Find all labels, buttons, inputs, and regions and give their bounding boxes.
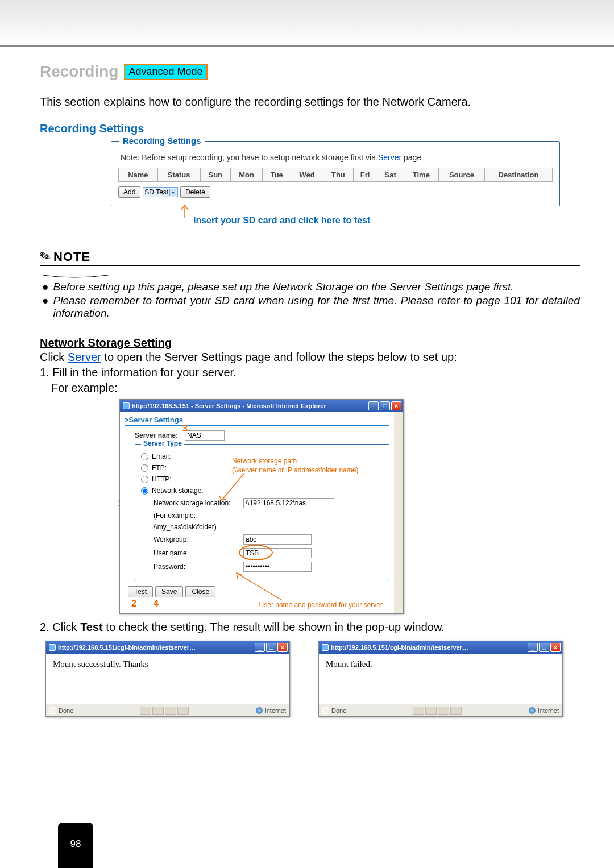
- callout-number-3: 3: [182, 423, 188, 434]
- popup-title-success: http://192.168.5.151/cgi-bin/admin/tests…: [58, 644, 196, 651]
- password-label: Password:: [154, 563, 239, 571]
- server-name-label: Server name:: [135, 431, 180, 439]
- note-item-2: Please remember to format your SD card w…: [53, 294, 580, 319]
- server-type-legend: Server Type: [141, 439, 184, 447]
- for-example-text: For example:: [51, 381, 118, 394]
- http-option-label: HTTP:: [152, 475, 172, 483]
- ns-example-label-1: (For example:: [154, 512, 239, 520]
- page-icon: [49, 707, 56, 714]
- test-button[interactable]: Test: [128, 586, 153, 597]
- popup-title-fail: http://192.168.5.151/cgi-bin/admin/tests…: [331, 644, 468, 651]
- http-radio[interactable]: [141, 476, 148, 483]
- close-button[interactable]: ×: [391, 401, 401, 410]
- popup-success-body: Mount successfully. Thanks: [46, 654, 289, 704]
- success-popup: http://192.168.5.151/cgi-bin/admin/tests…: [45, 641, 290, 717]
- ns-example-label-2: \\my_nas\disk\folder): [154, 523, 239, 531]
- page-number: 98: [58, 823, 93, 868]
- close-button[interactable]: ×: [550, 643, 561, 652]
- svg-line-1: [222, 473, 244, 500]
- ftp-option-label: FTP:: [152, 464, 167, 472]
- server-name-input[interactable]: [185, 430, 225, 441]
- step1-text: 1. Fill in the information for your serv…: [40, 366, 237, 379]
- ftp-radio[interactable]: [141, 464, 148, 472]
- network-storage-radio[interactable]: [141, 487, 148, 495]
- fail-popup: http://192.168.5.151/cgi-bin/admin/tests…: [318, 641, 563, 717]
- window-title: http://192.168.5.151 - Server Settings -…: [132, 402, 326, 409]
- email-option-label: Email:: [152, 452, 171, 460]
- status-internet: Internet: [538, 707, 559, 714]
- username-label: User name:: [154, 549, 239, 557]
- globe-icon: [529, 707, 536, 714]
- add-button[interactable]: Add: [118, 186, 140, 198]
- recording-settings-note: Note: Before setup recording, you have t…: [121, 153, 550, 162]
- chevron-down-icon: ▾: [169, 189, 176, 196]
- server-link[interactable]: Server: [68, 351, 101, 363]
- popup-fail-body: Mount failed.: [319, 654, 562, 704]
- email-radio[interactable]: [141, 453, 148, 460]
- recording-settings-heading: Recording Settings: [40, 122, 580, 135]
- recording-settings-panel: Recording Settings Note: Before setup re…: [111, 141, 560, 206]
- minimize-button[interactable]: _: [528, 643, 538, 652]
- server-settings-window: http://192.168.5.151 - Server Settings -…: [119, 399, 404, 614]
- maximize-button[interactable]: □: [380, 401, 390, 410]
- col-name: Name: [119, 168, 158, 182]
- col-fri: Fri: [353, 168, 377, 182]
- save-button[interactable]: Save: [155, 586, 183, 597]
- callout-number-2: 2: [131, 599, 136, 609]
- test-bold: Test: [80, 621, 103, 633]
- col-destination: Destination: [484, 168, 552, 182]
- maximize-button[interactable]: □: [539, 643, 549, 652]
- workgroup-input[interactable]: [243, 534, 312, 545]
- page-title: Recording: [40, 63, 118, 81]
- network-storage-setting-heading: Network Storage Setting: [40, 337, 580, 350]
- globe-icon: [256, 707, 263, 714]
- minimize-button[interactable]: _: [368, 401, 379, 410]
- col-sat: Sat: [377, 168, 404, 182]
- recording-table: Name Status Sun Mon Tue Wed Thu Fri Sat …: [118, 168, 553, 182]
- ie-icon: [322, 644, 329, 651]
- col-mon: Mon: [230, 168, 262, 182]
- workgroup-label: Workgroup:: [154, 535, 239, 543]
- password-input[interactable]: [243, 562, 312, 572]
- ie-icon: [49, 644, 56, 651]
- col-sun: Sun: [200, 168, 230, 182]
- ie-icon: [123, 402, 130, 409]
- callout-number-4: 4: [154, 599, 159, 609]
- svg-line-2: [237, 573, 282, 600]
- server-page-link[interactable]: Server: [378, 153, 401, 162]
- pen-icon: ✎: [38, 247, 53, 265]
- recording-settings-legend: Recording Settings: [119, 136, 205, 146]
- sd-test-hint: Insert your SD card and click here to te…: [193, 215, 560, 226]
- advanced-mode-badge: Advanced Mode: [124, 64, 207, 80]
- status-done: Done: [59, 707, 73, 714]
- maximize-button[interactable]: □: [266, 643, 276, 652]
- ns-location-input[interactable]: [243, 498, 334, 508]
- col-tue: Tue: [263, 168, 291, 182]
- recording-select-value: SD Test: [144, 188, 168, 196]
- status-done: Done: [331, 707, 346, 714]
- col-wed: Wed: [291, 168, 323, 182]
- col-thu: Thu: [323, 168, 353, 182]
- note-item-1: Before setting up this page, please set …: [53, 281, 513, 293]
- close-button[interactable]: ×: [277, 643, 288, 652]
- delete-button[interactable]: Delete: [180, 186, 210, 198]
- note-heading: NOTE: [53, 250, 90, 264]
- network-storage-option-label: Network storage:: [152, 487, 204, 495]
- minimize-button[interactable]: _: [255, 643, 265, 652]
- col-time: Time: [404, 168, 438, 182]
- callout-username-password: User name and password for your server: [259, 601, 383, 609]
- callout-network-storage-path-1: Network storage path: [232, 457, 359, 466]
- status-internet: Internet: [265, 707, 286, 714]
- page-icon: [322, 707, 329, 714]
- intro-text: This section explains how to configure t…: [40, 95, 580, 109]
- col-source: Source: [438, 168, 484, 182]
- close-server-button[interactable]: Close: [185, 586, 215, 597]
- recording-select[interactable]: SD Test ▾: [143, 187, 178, 197]
- server-settings-heading: >Server Settings: [125, 416, 389, 426]
- col-status: Status: [157, 168, 200, 182]
